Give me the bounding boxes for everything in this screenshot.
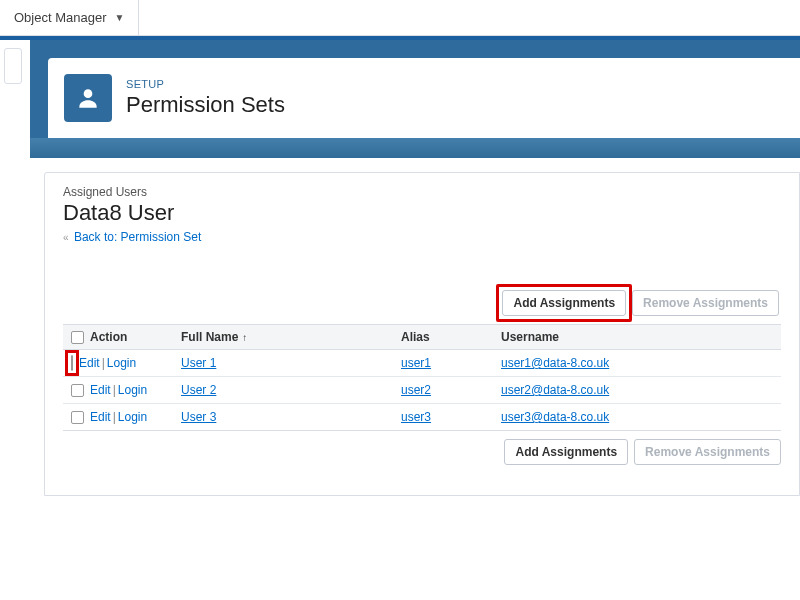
table-row: Edit|Login User 3 user3 user3@data-8.co.… (63, 404, 781, 431)
fullname-link[interactable]: User 1 (181, 356, 216, 370)
header-username[interactable]: Username (493, 325, 781, 350)
header-action: Action (90, 330, 127, 344)
header-band: SETUP Permission Sets (30, 40, 800, 138)
alias-link[interactable]: user1 (401, 356, 431, 370)
login-link[interactable]: Login (118, 383, 147, 397)
panel-title: Data8 User (63, 200, 781, 226)
username-link[interactable]: user1@data-8.co.uk (501, 356, 609, 370)
table-row: Edit|Login User 1 user1 user1@data-8.co.… (63, 350, 781, 377)
chevron-down-icon: ▼ (115, 12, 125, 23)
edit-link[interactable]: Edit (79, 356, 100, 370)
breadcrumb: « Back to: Permission Set (63, 230, 781, 244)
row-checkbox[interactable] (71, 384, 84, 397)
users-table: Action Full Name↑ Alias Username (63, 324, 781, 431)
add-assignments-button-bottom[interactable]: Add Assignments (504, 439, 628, 465)
eyebrow: SETUP (126, 78, 285, 90)
sort-asc-icon: ↑ (242, 332, 247, 343)
chevron-left-icon: « (63, 232, 69, 243)
permission-sets-icon (64, 74, 112, 122)
svg-point-0 (84, 89, 93, 98)
object-manager-dropdown[interactable]: Object Manager ▼ (0, 0, 139, 35)
login-link[interactable]: Login (118, 410, 147, 424)
select-all-checkbox[interactable] (71, 331, 84, 344)
object-manager-label: Object Manager (14, 10, 107, 25)
row-checkbox[interactable] (71, 355, 73, 371)
back-link[interactable]: Back to: Permission Set (74, 230, 201, 244)
left-gutter (0, 40, 30, 496)
topbar: Object Manager ▼ (0, 0, 800, 36)
username-link[interactable]: user2@data-8.co.uk (501, 383, 609, 397)
panel: Assigned Users Data8 User « Back to: Per… (44, 172, 800, 496)
login-link[interactable]: Login (107, 356, 136, 370)
panel-label: Assigned Users (63, 185, 781, 199)
header-fullname[interactable]: Full Name↑ (173, 325, 393, 350)
row-checkbox[interactable] (71, 411, 84, 424)
divider-band (30, 138, 800, 158)
edit-link[interactable]: Edit (90, 410, 111, 424)
table-row: Edit|Login User 2 user2 user2@data-8.co.… (63, 377, 781, 404)
edit-link[interactable]: Edit (90, 383, 111, 397)
fullname-link[interactable]: User 2 (181, 383, 216, 397)
sidebar-collapsed[interactable] (4, 48, 22, 84)
header-alias[interactable]: Alias (393, 325, 493, 350)
add-assignments-button[interactable]: Add Assignments (502, 290, 626, 316)
fullname-link[interactable]: User 3 (181, 410, 216, 424)
username-link[interactable]: user3@data-8.co.uk (501, 410, 609, 424)
page-title: Permission Sets (126, 92, 285, 118)
remove-assignments-button-bottom: Remove Assignments (634, 439, 781, 465)
remove-assignments-button: Remove Assignments (632, 290, 779, 316)
alias-link[interactable]: user2 (401, 383, 431, 397)
alias-link[interactable]: user3 (401, 410, 431, 424)
user-icon (75, 85, 101, 111)
